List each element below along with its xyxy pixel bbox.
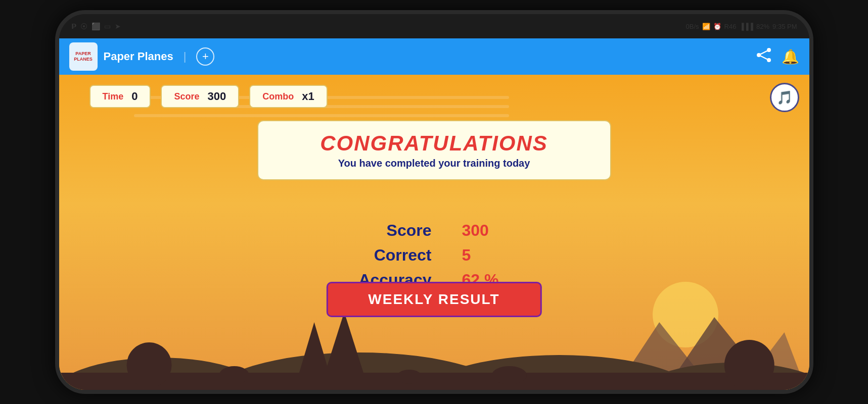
congrats-card: CONGRATULATIONS You have completed your … [257, 120, 611, 180]
correct-result-row: Correct 5 [283, 246, 586, 265]
result-score-value: 300 [462, 221, 538, 240]
game-area: Time 0 Score 300 Combo x1 🎵 CONGRATULATI… [59, 75, 809, 394]
score-value: 300 [207, 90, 226, 103]
svg-marker-13 [299, 322, 329, 373]
network-speed: 0B/s [686, 23, 699, 30]
battery-text: 82% [756, 23, 769, 30]
score-stat-box: Score 300 [161, 85, 239, 108]
status-icon-battery: ▭ [104, 22, 111, 30]
svg-rect-18 [147, 370, 152, 385]
weekly-result-button[interactable]: WEEKLY RESULT [326, 282, 541, 317]
svg-rect-14 [312, 370, 315, 380]
clock-icon: ⏰ [713, 23, 721, 30]
signal-bars: ▐▐▐ [739, 23, 753, 30]
svg-point-21 [219, 366, 249, 384]
status-icon-arrow: ➤ [115, 22, 121, 30]
svg-marker-15 [324, 312, 364, 375]
svg-rect-12 [59, 373, 809, 394]
app-bar-right: 🔔 [756, 48, 799, 66]
stats-bar: Time 0 Score 300 Combo x1 [89, 85, 779, 108]
congrats-subtitle: You have completed your training today [289, 158, 580, 169]
bell-icon[interactable]: 🔔 [782, 48, 799, 65]
status-bar-left: 𝗣 ⦿ ⬛ ▭ ➤ [71, 22, 121, 30]
logo-text: PAPER PLANES [74, 51, 93, 62]
result-correct-value: 5 [462, 246, 538, 265]
result-correct-label: Correct [331, 246, 432, 265]
phone-container: 𝗣 ⦿ ⬛ ▭ ➤ 0B/s 📶 ⏰ R46 ▐▐▐ 82% 9:35 PM P… [0, 0, 868, 404]
combo-stat-box: Combo x1 [249, 85, 327, 108]
status-bar: 𝗣 ⦿ ⬛ ▭ ➤ 0B/s 📶 ⏰ R46 ▐▐▐ 82% 9:35 PM [59, 14, 809, 38]
result-score-label: Score [331, 221, 432, 240]
title-divider: | [184, 50, 187, 63]
combo-label: Combo [262, 91, 294, 102]
congrats-title: CONGRATULATIONS [289, 131, 580, 156]
svg-rect-16 [342, 372, 346, 384]
score-result-row: Score 300 [283, 221, 586, 240]
signal-r46: R46 [724, 23, 737, 30]
phone: 𝗣 ⦿ ⬛ ▭ ➤ 0B/s 📶 ⏰ R46 ▐▐▐ 82% 9:35 PM P… [55, 10, 813, 394]
signal-icon: 📶 [702, 23, 710, 30]
status-icon-dot: ⦿ [80, 22, 87, 30]
score-label: Score [174, 91, 199, 102]
time-value: 0 [131, 90, 138, 103]
music-button[interactable]: 🎵 [770, 83, 799, 112]
music-icon: 🎵 [776, 90, 793, 106]
svg-line-4 [759, 55, 769, 60]
status-icon-screen: ⬛ [92, 22, 100, 30]
time-stat-box: Time 0 [89, 85, 151, 108]
combo-value: x1 [302, 90, 314, 103]
svg-point-22 [396, 370, 421, 384]
svg-point-23 [491, 366, 526, 384]
time-display: 9:35 PM [772, 23, 797, 30]
add-button[interactable]: + [196, 47, 214, 66]
svg-line-3 [759, 50, 769, 55]
share-icon[interactable] [756, 48, 771, 66]
status-icon-p: 𝗣 [71, 22, 76, 30]
status-bar-right: 0B/s 📶 ⏰ R46 ▐▐▐ 82% 9:35 PM [686, 23, 797, 30]
svg-rect-20 [747, 370, 752, 385]
app-bar: PAPER PLANES Paper Planes | + 🔔 [59, 38, 809, 75]
app-logo: PAPER PLANES [69, 42, 98, 71]
time-label: Time [103, 91, 124, 102]
app-title: Paper Planes [104, 50, 173, 63]
app-bar-left: PAPER PLANES Paper Planes | + [69, 42, 215, 71]
